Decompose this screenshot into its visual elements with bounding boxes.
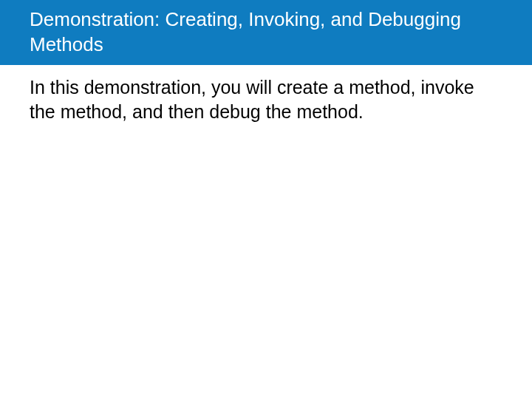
body-paragraph: In this demonstration, you will create a… xyxy=(30,75,502,126)
slide-header: Demonstration: Creating, Invoking, and D… xyxy=(0,0,532,65)
slide-title: Demonstration: Creating, Invoking, and D… xyxy=(30,8,461,55)
slide-content: In this demonstration, you will create a… xyxy=(0,65,532,136)
